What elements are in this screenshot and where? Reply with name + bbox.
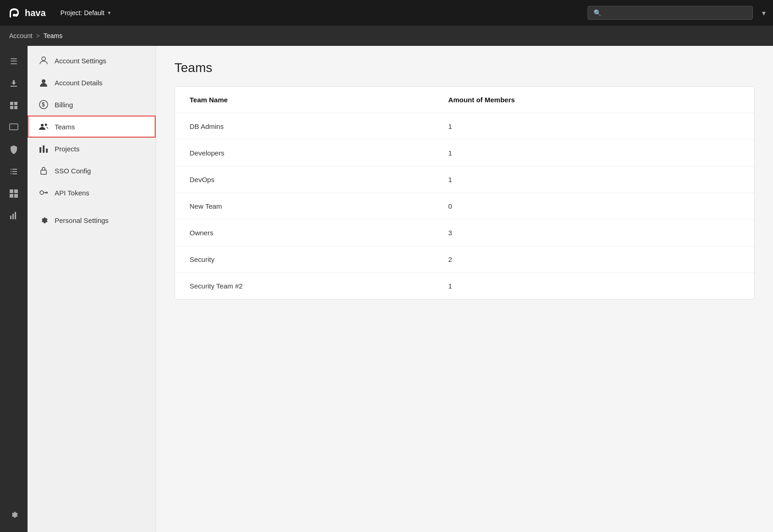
table-row[interactable]: DevOps1 xyxy=(175,166,754,193)
project-chevron-icon: ▾ xyxy=(108,10,111,16)
nav-item-api-tokens[interactable]: API Tokens xyxy=(28,182,156,204)
svg-rect-13 xyxy=(14,189,18,193)
topbar-chevron-icon: ▾ xyxy=(762,9,766,17)
search-input[interactable] xyxy=(605,9,747,17)
logo-text: hava xyxy=(25,8,46,18)
svg-rect-28 xyxy=(41,170,46,174)
table-row[interactable]: Security2 xyxy=(175,246,754,273)
members-count-cell: 0 xyxy=(393,193,754,220)
table-row[interactable]: DB Admins1 xyxy=(175,113,754,140)
svg-point-23 xyxy=(41,124,44,127)
table-row[interactable]: Owners3 xyxy=(175,220,754,246)
sidebar-settings-icon[interactable] xyxy=(4,504,24,525)
teams-icon xyxy=(38,121,49,132)
svg-point-29 xyxy=(40,191,44,194)
team-name-cell: Developers xyxy=(175,140,393,166)
nav-item-account-settings[interactable]: Account Settings xyxy=(28,50,156,72)
sidebar-grid-icon[interactable] xyxy=(4,95,24,116)
table-row[interactable]: New Team0 xyxy=(175,193,754,220)
col-amount-members: Amount of Members xyxy=(393,87,754,113)
main-content: Teams Team Name Amount of Members DB Adm… xyxy=(156,46,773,532)
members-count-cell: 1 xyxy=(393,113,754,140)
project-label: Project: Default xyxy=(61,9,105,17)
svg-point-24 xyxy=(45,124,47,126)
nav-label-projects: Projects xyxy=(55,145,79,153)
search-icon: 🔍 xyxy=(594,9,601,17)
svg-rect-5 xyxy=(10,124,18,130)
sidebar-table-icon[interactable] xyxy=(4,183,24,204)
main-layout: ☰ Account Settings xyxy=(0,46,773,532)
nav-item-projects[interactable]: Projects xyxy=(28,138,156,160)
svg-rect-15 xyxy=(14,194,18,198)
nav-label-account-details: Account Details xyxy=(55,79,102,87)
logo[interactable]: hava xyxy=(7,6,46,20)
svg-point-19 xyxy=(42,57,45,61)
svg-rect-4 xyxy=(14,106,17,109)
team-name-cell: Owners xyxy=(175,220,393,246)
sidebar-chart-icon[interactable] xyxy=(4,205,24,226)
nav-item-account-details[interactable]: Account Details xyxy=(28,72,156,94)
svg-point-20 xyxy=(42,79,45,83)
sidebar-list-icon[interactable] xyxy=(4,161,24,182)
svg-rect-26 xyxy=(43,145,45,153)
nav-item-personal-settings[interactable]: Personal Settings xyxy=(28,209,156,231)
team-name-cell: New Team xyxy=(175,193,393,220)
breadcrumb: Account > Teams xyxy=(0,26,773,46)
svg-rect-18 xyxy=(15,212,16,219)
svg-text:$: $ xyxy=(42,101,45,108)
nav-label-personal-settings: Personal Settings xyxy=(55,216,109,224)
col-team-name: Team Name xyxy=(175,87,393,113)
topbar: hava Project: Default ▾ 🔍 ▾ xyxy=(0,0,773,26)
sso-config-icon xyxy=(38,165,49,176)
sidebar-monitor-icon[interactable] xyxy=(4,117,24,138)
members-count-cell: 1 xyxy=(393,273,754,299)
svg-rect-9 xyxy=(12,171,17,172)
sidebar-shield-icon[interactable] xyxy=(4,139,24,160)
svg-rect-12 xyxy=(10,189,13,193)
members-count-cell: 2 xyxy=(393,246,754,273)
nav-item-billing[interactable]: $ Billing xyxy=(28,94,156,116)
teams-table: Team Name Amount of Members DB Admins1De… xyxy=(175,87,754,299)
teams-table-container: Team Name Amount of Members DB Admins1De… xyxy=(174,86,755,299)
breadcrumb-parent[interactable]: Account xyxy=(9,32,33,39)
svg-rect-6 xyxy=(11,169,11,170)
svg-rect-7 xyxy=(12,169,17,170)
svg-rect-1 xyxy=(10,102,13,105)
table-row[interactable]: Developers1 xyxy=(175,140,754,166)
projects-icon xyxy=(38,143,49,154)
svg-rect-8 xyxy=(11,171,11,172)
personal-settings-icon xyxy=(38,215,49,226)
nav-item-teams[interactable]: Teams xyxy=(28,116,156,138)
billing-icon: $ xyxy=(38,99,49,110)
members-count-cell: 1 xyxy=(393,166,754,193)
sidebar-download-icon[interactable] xyxy=(4,73,24,94)
svg-rect-17 xyxy=(12,214,14,219)
team-name-cell: Security xyxy=(175,246,393,273)
svg-rect-11 xyxy=(12,173,17,174)
svg-rect-27 xyxy=(46,149,48,153)
api-tokens-icon xyxy=(38,187,49,198)
account-details-icon xyxy=(38,77,49,88)
svg-point-0 xyxy=(13,14,16,17)
nav-item-sso-config[interactable]: SSO Config xyxy=(28,160,156,182)
page-title: Teams xyxy=(174,61,755,75)
members-count-cell: 3 xyxy=(393,220,754,246)
nav-sidebar: Account Settings Account Details $ Billi… xyxy=(28,46,156,532)
account-settings-icon xyxy=(38,55,49,66)
nav-label-account-settings: Account Settings xyxy=(55,57,106,65)
team-name-cell: Security Team #2 xyxy=(175,273,393,299)
search-bar[interactable]: 🔍 xyxy=(588,6,753,20)
breadcrumb-current: Teams xyxy=(44,32,62,39)
nav-label-api-tokens: API Tokens xyxy=(55,189,90,197)
table-row[interactable]: Security Team #21 xyxy=(175,273,754,299)
sidebar-menu-icon[interactable]: ☰ xyxy=(4,51,24,72)
svg-rect-16 xyxy=(10,216,11,219)
nav-label-sso-config: SSO Config xyxy=(55,167,91,175)
svg-rect-10 xyxy=(11,173,11,174)
svg-rect-3 xyxy=(10,106,13,109)
svg-rect-25 xyxy=(39,147,41,153)
team-name-cell: DB Admins xyxy=(175,113,393,140)
nav-label-teams: Teams xyxy=(55,123,75,131)
icon-sidebar: ☰ xyxy=(0,46,28,532)
project-selector[interactable]: Project: Default ▾ xyxy=(57,7,115,18)
